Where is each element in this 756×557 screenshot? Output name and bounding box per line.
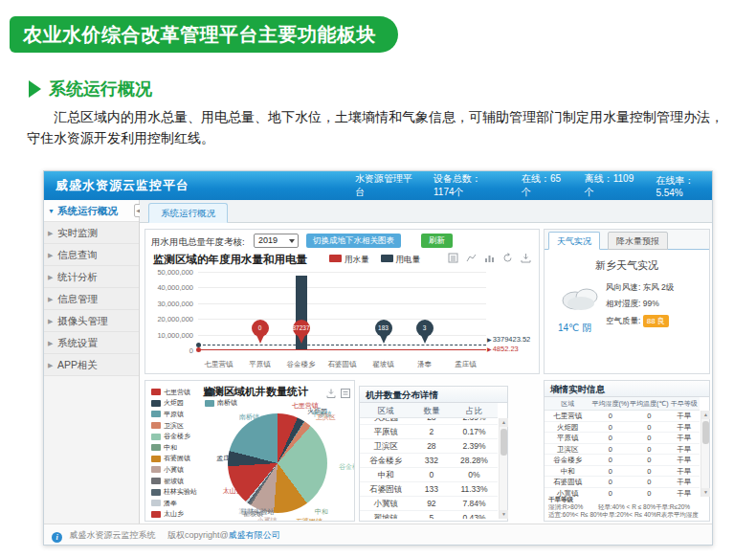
legend-label: 小冀镇 — [164, 465, 184, 475]
legend-swatch — [151, 500, 161, 506]
table-cell: 谷金楼乡 — [360, 454, 412, 467]
table-row: 卫滨区282.39% — [360, 439, 498, 454]
table-cell: 28 — [412, 439, 451, 453]
table-cell: 小冀镇 — [360, 497, 412, 510]
drought-legend-entry: 干旱:R≤20% — [656, 503, 705, 511]
pie-legend-item-卫滨区[interactable]: 卫滨区 — [151, 420, 197, 432]
legend-swatch — [151, 389, 161, 395]
pie-legend-item-太山乡[interactable]: 太山乡 — [151, 509, 197, 521]
pie-legend-item-火炬园[interactable]: 火炬园 — [151, 398, 197, 410]
restore-icon[interactable] — [502, 253, 513, 263]
download-icon[interactable] — [326, 385, 336, 402]
table-row: 平原镇00干旱 — [545, 433, 700, 444]
caret-down-icon: ▼ — [48, 200, 55, 222]
sidebar-item-4[interactable]: ▶信息管理 — [44, 288, 139, 310]
well-table-header: 区域数量占比 — [360, 403, 498, 418]
weather-tabs: 天气实况 降水量预报 — [545, 230, 709, 250]
pie-legend-item-平原镇[interactable]: 平原镇 — [151, 409, 197, 420]
footer-company-link[interactable]: 威盛有限公司 — [229, 530, 280, 540]
sidebar-item-6[interactable]: ▶系统设置 — [44, 332, 139, 354]
scroll-up-icon[interactable]: ▲ — [701, 411, 710, 419]
data-view-icon[interactable] — [341, 385, 350, 402]
drought-legend-row1: 湿润:R>80%轻旱:40% < R ≤ 80%干旱:R≤20% — [548, 503, 705, 511]
footer-copyright: 版权copyright@ — [167, 530, 229, 540]
drought-legend-entry: 适宜:60%< R≤ 80% — [548, 511, 603, 519]
pie-chart[interactable] — [228, 413, 327, 513]
well-col-header: 占比 — [451, 403, 498, 417]
scroll-up-icon[interactable]: ▲ — [500, 418, 508, 427]
table-row: 谷金楼乡00干旱 — [545, 455, 700, 466]
refresh-button[interactable]: 刷新 — [421, 234, 453, 248]
y-tick-label: 10,000,000 — [157, 331, 193, 340]
pie-legend-item-翟坡镇[interactable]: 翟坡镇 — [151, 476, 197, 487]
pie-legend-item-谷金楼乡[interactable]: 谷金楼乡 — [151, 431, 197, 442]
sidebar-item-2[interactable]: ▶信息查询 — [44, 244, 139, 266]
gridline — [198, 272, 486, 273]
pie-legend-item-潘奉[interactable]: 潘奉 — [151, 498, 197, 509]
table-cell: 2.39% — [451, 418, 498, 424]
pie-legend-item-小冀镇[interactable]: 小冀镇 — [151, 464, 197, 476]
scroll-thumb[interactable] — [500, 429, 507, 456]
table-cell: 火炬园 — [545, 422, 591, 433]
switch-groundwater-button[interactable]: 切换成地下水相关图表 — [306, 234, 401, 248]
bar-x-axis: 七里营镇平原镇谷金楼乡石婆固镇翟坡镇潘奉孟庄镇 — [198, 353, 486, 370]
sidebar-item-label: 摄像头管理 — [57, 315, 108, 326]
table-cell: 28 — [412, 418, 451, 424]
table-row: 火炬园00干旱 — [545, 422, 700, 434]
sidebar-item-1[interactable]: ▶实时监测 — [44, 222, 139, 244]
pie-label-石婆固镇: 石婆固镇 — [296, 517, 322, 522]
sidebar-item-5[interactable]: ▶摄像头管理 — [44, 310, 139, 332]
gridline — [198, 319, 486, 320]
pie-legend-item-中和[interactable]: 中和 — [151, 442, 197, 454]
pie-toolbox — [326, 385, 350, 402]
sidebar-item-label: APP相关 — [57, 359, 98, 370]
bar-chart-title: 监测区域的年度用水量和用电量 — [153, 253, 307, 267]
year-select[interactable]: 2019 — [254, 234, 299, 248]
sidebar-item-7[interactable]: ▶APP相关 — [44, 354, 139, 376]
table-cell: 0 — [630, 466, 669, 477]
sidebar-item-0[interactable]: ▼系统运行概况◀ — [44, 200, 139, 222]
table-cell: 0 — [412, 468, 451, 481]
table-cell: 干旱 — [669, 422, 700, 433]
soil-table-title: 墒情实时信息 — [545, 381, 709, 397]
soil-panel: 墒情实时信息 区域平均湿度(%)平均温度(℃)干旱等级 七里营镇00干旱火炬园0… — [544, 380, 710, 522]
table-cell: 石婆固镇 — [360, 482, 412, 496]
average-power-value: ▶3379423.52 — [487, 335, 530, 345]
app-header: 威盛水资源云监控平台 水资源管理平台设备总数：1174个在线：65个离线：110… — [44, 171, 712, 200]
tab-precip-forecast[interactable]: 降水量预报 — [608, 232, 668, 250]
weather-humidity: 相对湿度: 99% — [606, 299, 659, 310]
caret-right-icon: ▶ — [48, 222, 53, 244]
scroll-down-icon[interactable]: ▼ — [500, 510, 508, 519]
legend-swatch — [151, 444, 161, 451]
soil-table-body: 七里营镇00干旱火炬园00干旱平原镇00干旱卫滨区00干旱谷金楼乡00干旱中和0… — [545, 411, 700, 497]
sidebar-item-label: 信息管理 — [57, 293, 98, 304]
legend-label: 卫滨区 — [164, 421, 184, 431]
caret-right-icon: ▶ — [48, 266, 53, 288]
drought-legend-title: 干旱等级 — [548, 496, 705, 503]
table-cell: 翟坡镇 — [360, 511, 412, 519]
legend-water[interactable]: 用水量 — [329, 255, 369, 266]
sidebar-item-3[interactable]: ▶统计分析 — [44, 266, 139, 288]
data-view-icon[interactable] — [448, 253, 458, 263]
pie-legend-item-七里营镇[interactable]: 七里营镇 — [151, 387, 197, 398]
well-table-scrollbar[interactable]: ▲ ▼ — [499, 418, 507, 519]
average-water-value: ▶4852.23 — [487, 345, 530, 354]
legend-swatch — [151, 466, 161, 473]
pie-legend-item-南桥镇[interactable]: 南桥镇 — [205, 398, 237, 410]
app-window: 威盛水资源云监控平台 水资源管理平台设备总数：1174个在线：65个离线：110… — [43, 170, 713, 546]
pie-legend-item-桂林实验站[interactable]: 桂林实验站 — [151, 486, 197, 498]
pie-legend-item-石婆固镇[interactable]: 石婆固镇 — [151, 454, 197, 465]
table-cell: 中和 — [360, 468, 412, 481]
soil-col-header: 平均湿度(%) — [591, 397, 631, 410]
line-chart-icon[interactable] — [466, 253, 477, 263]
mark-point-tail-icon — [380, 335, 388, 347]
assessment-label: 用水用电总量年度考核: — [151, 236, 245, 249]
bar-chart-icon[interactable] — [484, 253, 495, 263]
tab-weather-live[interactable]: 天气实况 — [548, 232, 600, 250]
soil-table-scrollbar[interactable]: ▲ ▼ — [700, 411, 709, 497]
tab-system-overview[interactable]: 系统运行概况 — [148, 203, 228, 223]
scroll-thumb[interactable] — [702, 421, 709, 444]
table-cell: 干旱 — [669, 444, 700, 455]
legend-power[interactable]: 用电量 — [381, 255, 421, 266]
download-icon[interactable] — [521, 253, 531, 263]
